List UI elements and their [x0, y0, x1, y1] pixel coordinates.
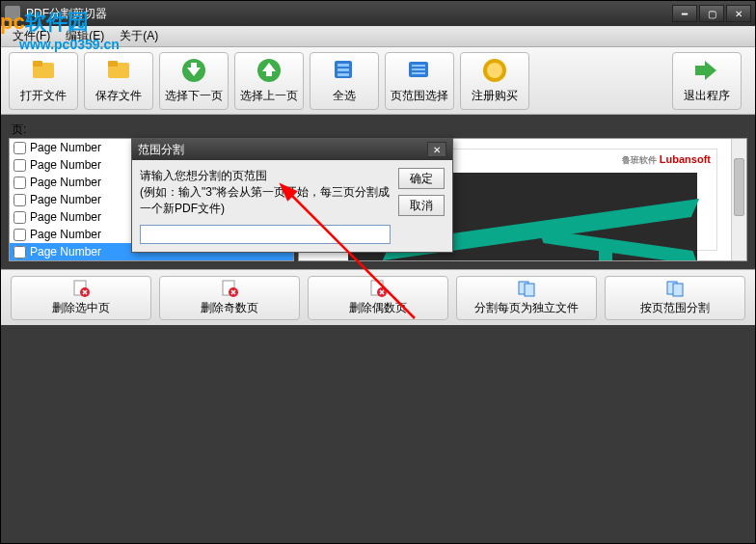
page-checkbox[interactable] [14, 177, 26, 189]
cancel-button[interactable]: 取消 [398, 195, 445, 216]
select-all-icon [331, 57, 358, 84]
split-each-icon [517, 279, 536, 298]
dialog-message-1: 请输入您想分割的页范围 [140, 168, 391, 184]
save-file-icon [105, 57, 132, 84]
page-checkbox[interactable] [14, 159, 26, 172]
menu-file[interactable]: 文件(F) [5, 26, 58, 46]
range-input[interactable] [140, 225, 391, 244]
delete-even-icon [368, 279, 388, 298]
save-file-label: 保存文件 [95, 88, 142, 104]
exit-label: 退出程序 [684, 88, 730, 104]
delete-odd-button[interactable]: 删除奇数页 [159, 276, 300, 320]
select-next-button[interactable]: 选择下一页 [159, 52, 229, 110]
delete-selected-label: 删除选中页 [52, 300, 110, 316]
delete-odd-label: 删除奇数页 [201, 300, 258, 316]
dialog-close-button[interactable]: ✕ [427, 142, 446, 157]
exit-icon [693, 57, 720, 84]
split-each-button[interactable]: 分割每页为独立文件 [456, 276, 597, 320]
svg-rect-1 [33, 61, 42, 67]
select-all-label: 全选 [333, 88, 356, 104]
brand-cn: 鲁班软件 [622, 155, 657, 165]
dialog-title: 范围分割 [138, 142, 184, 158]
page-range-label: 页范围选择 [391, 88, 448, 104]
maximize-button[interactable]: ▢ [699, 5, 724, 22]
coin-icon [481, 57, 508, 84]
minimize-button[interactable]: ━ [672, 5, 697, 22]
page-range-icon [406, 57, 433, 84]
select-all-button[interactable]: 全选 [310, 52, 379, 110]
open-file-button[interactable]: 打开文件 [9, 52, 78, 110]
bottom-toolbar: 删除选中页 删除奇数页 删除偶数页 分割每页为独立文件 按页范围分割 [1, 269, 755, 325]
select-prev-label: 选择上一页 [240, 88, 298, 104]
brand-logo: Lubansoft [660, 153, 711, 165]
svg-rect-7 [338, 64, 349, 67]
svg-rect-13 [412, 72, 425, 74]
register-label: 注册购买 [472, 88, 518, 104]
arrow-down-icon [180, 57, 207, 84]
app-window: PDF分割剪切器 ━ ▢ ✕ 文件(F) 编辑(E) 关于(A) 打开文件 保存… [0, 0, 756, 544]
delete-selected-button[interactable]: 删除选中页 [11, 276, 151, 320]
split-range-icon [665, 279, 685, 298]
scrollbar-thumb[interactable] [734, 158, 744, 216]
dialog-titlebar[interactable]: 范围分割 ✕ [132, 139, 452, 160]
delete-even-button[interactable]: 删除偶数页 [308, 276, 448, 320]
dialog-message-2: (例如：输入"3"将会从第一页开始，每三页分割成一个新PDF文件) [140, 184, 391, 217]
app-icon [5, 6, 20, 21]
open-file-label: 打开文件 [20, 88, 67, 104]
page-list-label: 页: [12, 122, 26, 138]
menu-bar: 文件(F) 编辑(E) 关于(A) [1, 26, 755, 47]
split-range-button[interactable]: 按页范围分割 [605, 276, 745, 320]
page-label: Page Number [30, 141, 101, 154]
menu-edit[interactable]: 编辑(E) [58, 26, 112, 46]
page-checkbox[interactable] [14, 246, 26, 258]
window-title: PDF分割剪切器 [26, 6, 107, 22]
toolbar: 打开文件 保存文件 选择下一页 选择上一页 全选 页范围选择 注册购买 [1, 47, 755, 115]
page-label: Page Number [30, 193, 101, 206]
delete-even-label: 删除偶数页 [349, 300, 407, 316]
svg-rect-9 [338, 73, 349, 76]
page-range-button[interactable]: 页范围选择 [385, 52, 454, 110]
close-button[interactable]: ✕ [726, 5, 751, 22]
split-range-label: 按页范围分割 [640, 300, 710, 316]
svg-rect-25 [673, 284, 683, 296]
delete-selected-icon [71, 279, 91, 298]
menu-about[interactable]: 关于(A) [112, 26, 166, 46]
open-file-icon [30, 57, 57, 84]
vertical-scrollbar[interactable] [731, 139, 746, 260]
delete-odd-icon [220, 279, 239, 298]
select-next-label: 选择下一页 [165, 88, 223, 104]
split-each-label: 分割每页为独立文件 [474, 300, 579, 316]
svg-rect-12 [412, 68, 425, 70]
range-split-dialog: 范围分割 ✕ 请输入您想分割的页范围 (例如：输入"3"将会从第一页开始，每三页… [131, 138, 453, 253]
svg-rect-8 [338, 68, 349, 71]
svg-rect-23 [525, 284, 534, 296]
page-label: Page Number [30, 158, 101, 172]
register-button[interactable]: 注册购买 [460, 52, 529, 110]
save-file-button[interactable]: 保存文件 [84, 52, 153, 110]
page-label: Page Number [30, 210, 101, 224]
exit-button[interactable]: 退出程序 [672, 52, 742, 110]
page-label: Page Number [30, 245, 101, 258]
svg-rect-11 [412, 65, 425, 67]
svg-point-15 [487, 63, 502, 78]
title-bar: PDF分割剪切器 ━ ▢ ✕ [1, 1, 755, 26]
page-checkbox[interactable] [14, 194, 26, 206]
arrow-up-icon [256, 57, 283, 84]
svg-rect-3 [108, 61, 118, 67]
ok-button[interactable]: 确定 [398, 168, 445, 189]
page-label: Page Number [30, 176, 101, 189]
select-prev-button[interactable]: 选择上一页 [234, 52, 304, 110]
page-label: Page Number [30, 228, 101, 241]
page-checkbox[interactable] [14, 211, 26, 224]
page-checkbox[interactable] [14, 229, 26, 241]
page-checkbox[interactable] [14, 142, 26, 154]
